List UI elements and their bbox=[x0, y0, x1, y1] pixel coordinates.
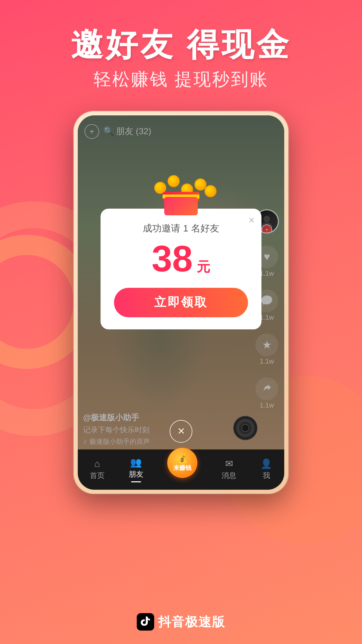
coins-decoration bbox=[147, 182, 215, 215]
app-logo: 抖音极速版 bbox=[137, 613, 225, 631]
bag-icon: 💰 bbox=[177, 453, 188, 464]
profile-icon: 👤 bbox=[260, 458, 272, 469]
x-icon: ✕ bbox=[177, 426, 185, 437]
coin-2 bbox=[168, 175, 180, 187]
sub-title: 轻松赚钱 提现秒到账 bbox=[0, 68, 362, 91]
nav-home-label: 首页 bbox=[90, 471, 105, 481]
phone-wrapper: + 🔍 朋友 (32) + bbox=[0, 111, 362, 494]
footer-section: 抖音极速版 bbox=[0, 613, 362, 631]
app-name: 抖音极速版 bbox=[158, 613, 225, 631]
modal-close-button[interactable]: × bbox=[248, 214, 255, 226]
phone-frame: + 🔍 朋友 (32) + bbox=[74, 111, 288, 494]
reward-amount: 38 bbox=[152, 238, 193, 279]
nav-messages[interactable]: ✉ 消息 bbox=[222, 458, 236, 481]
modal-subtitle: 成功邀请 1 名好友 bbox=[114, 222, 248, 235]
nav-earn-label: 来赚钱 bbox=[173, 464, 191, 472]
bottom-navbar: ⌂ 首页 👥 朋友 💰 来赚钱 ✉ 消息 bbox=[78, 449, 284, 490]
nav-friends[interactable]: 👥 朋友 bbox=[129, 457, 143, 482]
coin-5 bbox=[204, 185, 217, 197]
reward-row: 38 元 bbox=[114, 240, 248, 277]
nav-earn[interactable]: 💰 来赚钱 bbox=[167, 448, 197, 478]
nav-profile[interactable]: 👤 我 bbox=[260, 458, 272, 481]
claim-button[interactable]: 立即领取 bbox=[114, 288, 248, 317]
phone-screen: + 🔍 朋友 (32) + bbox=[78, 115, 284, 490]
nav-friends-label: 朋友 bbox=[129, 469, 143, 479]
reward-modal: × 成功邀请 1 名好友 38 元 立即领取 bbox=[101, 209, 261, 329]
friends-icon: 👥 bbox=[130, 457, 142, 468]
gift-box bbox=[164, 192, 198, 215]
home-icon: ⌂ bbox=[94, 459, 100, 469]
main-title: 邀好友 得现金 bbox=[0, 27, 362, 62]
header-section: 邀好友 得现金 轻松赚钱 提现秒到账 bbox=[0, 0, 362, 91]
reward-unit: 元 bbox=[197, 259, 210, 274]
message-icon: ✉ bbox=[225, 458, 233, 469]
earn-badge: 💰 来赚钱 bbox=[167, 448, 197, 478]
nav-home[interactable]: ⌂ 首页 bbox=[90, 459, 105, 481]
dismiss-button[interactable]: ✕ bbox=[170, 420, 192, 443]
modal-overlay: × 成功邀请 1 名好友 38 元 立即领取 bbox=[78, 115, 284, 449]
nav-messages-label: 消息 bbox=[222, 471, 236, 481]
nav-profile-label: 我 bbox=[263, 471, 270, 481]
tiktok-icon bbox=[137, 613, 154, 631]
